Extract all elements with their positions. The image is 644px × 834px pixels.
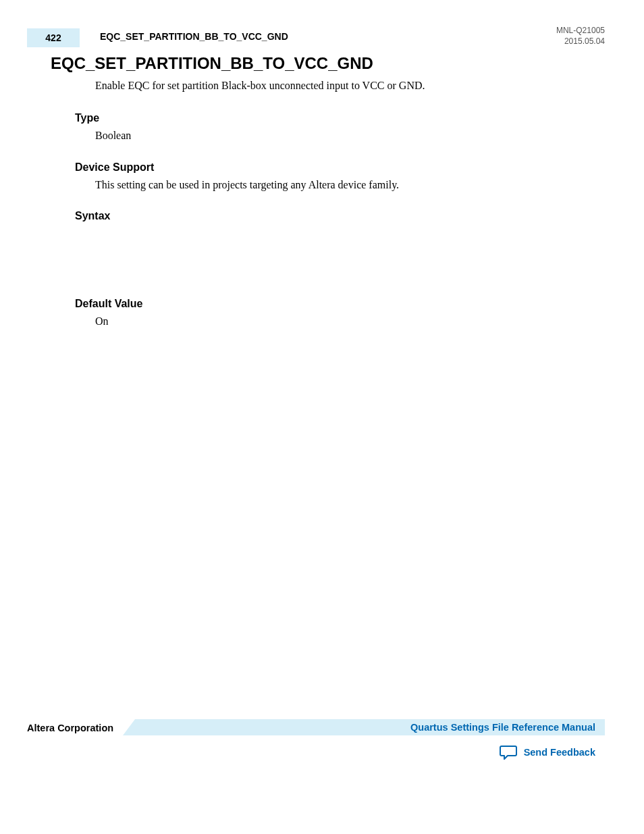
syntax-value: [95, 226, 605, 280]
content-area: EQC_SET_PARTITION_BB_TO_VCC_GND Enable E…: [51, 54, 605, 347]
section-type: Type Boolean: [75, 112, 605, 143]
default-value-value: On: [95, 314, 605, 329]
footer-bar: Altera Corporation Quartus Settings File…: [27, 719, 605, 737]
page-number: 422: [45, 32, 61, 43]
feedback-icon: [500, 745, 517, 760]
doc-date: 2015.05.04: [556, 36, 605, 47]
default-value-label: Default Value: [75, 298, 605, 310]
footer-company: Altera Corporation: [27, 723, 113, 733]
page-number-box: 422: [27, 28, 80, 47]
type-label: Type: [75, 112, 605, 124]
footer-blue-bar: Quartus Settings File Reference Manual: [123, 719, 605, 735]
header-title: EQC_SET_PARTITION_BB_TO_VCC_GND: [100, 31, 288, 42]
device-support-value: This setting can be used in projects tar…: [95, 178, 605, 192]
section-default-value: Default Value On: [75, 298, 605, 329]
header-meta: MNL-Q21005 2015.05.04: [556, 26, 605, 47]
page-footer: Altera Corporation Quartus Settings File…: [27, 719, 605, 793]
main-heading: EQC_SET_PARTITION_BB_TO_VCC_GND: [51, 54, 605, 73]
feedback-link[interactable]: Send Feedback: [500, 745, 595, 760]
syntax-label: Syntax: [75, 210, 605, 222]
feedback-text: Send Feedback: [524, 747, 595, 758]
doc-id: MNL-Q21005: [556, 26, 605, 36]
section-syntax: Syntax: [75, 210, 605, 280]
manual-link[interactable]: Quartus Settings File Reference Manual: [410, 722, 595, 733]
section-device-support: Device Support This setting can be used …: [75, 161, 605, 192]
description-text: Enable EQC for set partition Black-box u…: [95, 78, 605, 93]
page-header: 422 EQC_SET_PARTITION_BB_TO_VCC_GND MNL-…: [27, 28, 605, 49]
device-support-label: Device Support: [75, 161, 605, 174]
type-value: Boolean: [95, 128, 605, 143]
